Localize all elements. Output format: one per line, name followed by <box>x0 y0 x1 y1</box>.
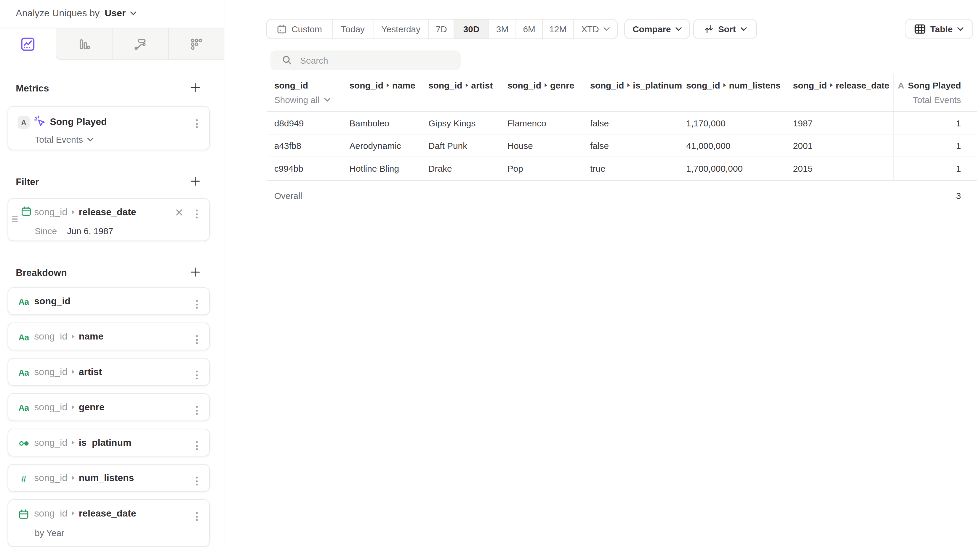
cell-name: Aerodynamic <box>349 135 428 157</box>
sort-button[interactable]: Sort <box>693 19 757 39</box>
breakdown-card[interactable]: Aa song_id name <box>8 323 210 350</box>
date-range-label: XTD <box>581 24 599 34</box>
app-root: Analyze Uniques by User <box>0 0 980 547</box>
breakdown-card[interactable]: Aa song_id artist <box>8 358 210 386</box>
chevron-down-icon <box>88 138 94 141</box>
search-input[interactable] <box>300 55 439 65</box>
remove-filter-icon[interactable] <box>175 208 184 217</box>
breakdown-card[interactable]: Aa song_id genre <box>8 393 210 421</box>
date-range-yesterday[interactable]: Yesterday <box>373 19 428 38</box>
metric-kebab-menu[interactable] <box>194 117 200 131</box>
chevron-down-icon <box>130 11 136 15</box>
arrow-right-icon <box>72 210 74 214</box>
breakdown-property: song_id artist <box>34 366 102 377</box>
breakdown-bucket-select[interactable]: by Year <box>35 528 64 538</box>
date-range-3m[interactable]: 3M <box>488 19 516 38</box>
breakdown-kebab-menu[interactable] <box>194 298 200 311</box>
column-header-is-platinum[interactable]: song_idis_platinum <box>590 80 686 90</box>
date-range-custom[interactable]: Custom <box>267 19 332 38</box>
breakdown-property-prefix: song_id <box>34 437 67 447</box>
date-range-xtd[interactable]: XTD <box>573 19 617 38</box>
add-metric-button[interactable] <box>189 82 201 93</box>
date-range-label: 3M <box>496 24 508 34</box>
breakdown-property-prefix: song_id <box>34 472 67 483</box>
column-header-genre[interactable]: song_idgenre <box>508 80 590 90</box>
breakdown-kebab-menu[interactable] <box>194 368 200 382</box>
column-header-song-id[interactable]: song_id <box>267 80 349 90</box>
drag-handle-icon[interactable] <box>12 216 18 222</box>
breakdown-property-name: song_id <box>34 295 70 306</box>
filter-card[interactable]: song_id release_date Since Jun 6, 1987 <box>8 198 210 241</box>
view-type-button[interactable]: Table <box>905 19 973 39</box>
overall-metric-value: 3 <box>894 181 977 211</box>
date-range-7d[interactable]: 7D <box>428 19 453 38</box>
add-breakdown-button[interactable] <box>189 266 201 277</box>
breakdown-kebab-menu[interactable] <box>194 333 200 347</box>
date-range-label: Yesterday <box>381 24 420 34</box>
column-header-num-listens[interactable]: song_idnum_listens <box>686 80 793 90</box>
analyze-entity-select[interactable]: User <box>105 8 136 18</box>
sort-label: Sort <box>718 24 736 34</box>
tab-retention[interactable] <box>168 29 224 60</box>
chevron-down-icon <box>603 27 610 31</box>
breakdown-card[interactable]: # song_id num_listens <box>8 464 210 492</box>
column-prefix: song_id <box>590 80 624 90</box>
tab-line-chart[interactable] <box>0 29 56 60</box>
breakdown-kebab-menu[interactable] <box>194 474 200 488</box>
calendar-icon <box>21 206 32 216</box>
metric-column-divider <box>894 74 894 181</box>
date-range-12m[interactable]: 12M <box>542 19 573 38</box>
breakdown-kebab-menu[interactable] <box>194 439 200 453</box>
showing-all-label: Showing all <box>274 95 320 105</box>
breakdown-kebab-menu[interactable] <box>194 403 200 417</box>
arrow-right-icon <box>72 405 74 409</box>
cell-num-listens: 1,700,000,000 <box>686 157 793 180</box>
add-filter-button[interactable] <box>189 176 201 187</box>
breakdown-card[interactable]: song_id release_date by Year <box>8 499 210 547</box>
date-range-30d[interactable]: 30D <box>453 19 488 38</box>
breakdown-property: song_id is_platinum <box>34 437 131 447</box>
column-header-release-date[interactable]: song_idrelease_date <box>793 80 894 90</box>
text-property-icon: Aa <box>18 332 29 343</box>
analyze-label: Analyze Uniques by <box>16 8 100 18</box>
tab-bar-chart[interactable] <box>56 29 112 60</box>
breakdown-card[interactable]: Aa song_id <box>8 287 210 315</box>
table-search[interactable] <box>270 51 461 70</box>
breakdown-property-prefix: song_id <box>34 366 67 377</box>
cell-name: Hotline Bling <box>349 157 428 180</box>
column-name: num_listens <box>729 80 781 90</box>
text-property-icon: Aa <box>18 367 29 378</box>
date-range-label: Today <box>341 24 365 34</box>
filter-condition[interactable]: Since Jun 6, 1987 <box>35 226 113 236</box>
cell-genre: Flamenco <box>508 112 590 134</box>
column-header-name[interactable]: song_idname <box>349 80 428 90</box>
metric-series-letter: A <box>898 80 904 90</box>
breakdown-property-prefix: song_id <box>34 507 67 518</box>
filter-property-name: release_date <box>79 206 136 217</box>
column-header-artist[interactable]: song_idartist <box>428 80 508 90</box>
report-main: Custom Today Yesterday 7D 30D 3M 6M 12M … <box>225 0 980 547</box>
metric-card[interactable]: A Song Played Total Events <box>8 106 210 150</box>
filter-kebab-menu[interactable] <box>194 207 200 221</box>
metric-aggregation-select[interactable]: Total Events <box>35 135 94 144</box>
arrow-right-icon <box>72 370 74 374</box>
tab-flows[interactable] <box>112 29 168 60</box>
arrow-right-icon <box>72 511 74 515</box>
breakdown-card[interactable]: song_id is_platinum <box>8 429 210 457</box>
table-row: d8d949 Bamboleo Gipsy Kings Flamenco fal… <box>267 112 977 135</box>
date-range-6m[interactable]: 6M <box>515 19 542 38</box>
breakdown-kebab-menu[interactable] <box>194 509 200 523</box>
date-range-label: Custom <box>291 24 322 34</box>
showing-all-select[interactable]: Showing all <box>267 95 508 105</box>
date-range-today[interactable]: Today <box>332 19 373 38</box>
boolean-property-icon <box>18 438 29 449</box>
column-name: genre <box>550 80 574 90</box>
column-name: name <box>392 80 415 90</box>
column-header-metric[interactable]: A Song Played <box>894 80 977 90</box>
cell-num-listens: 1,170,000 <box>686 112 793 134</box>
cell-song-id: c994bb <box>267 157 349 180</box>
grid-dots-icon <box>189 37 204 51</box>
calendar-icon <box>18 509 29 520</box>
compare-button[interactable]: Compare <box>624 19 690 39</box>
text-property-icon: Aa <box>18 296 29 307</box>
